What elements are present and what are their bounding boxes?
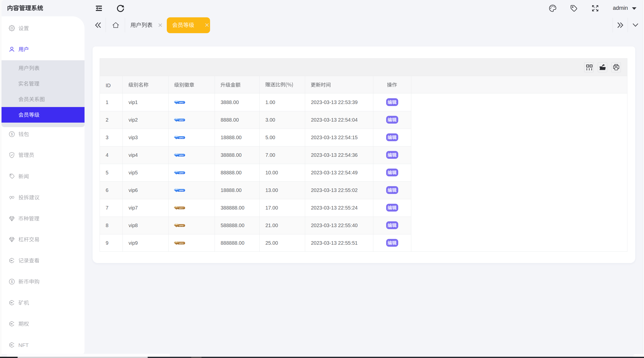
svg-text:VIP8: VIP8 (179, 224, 184, 227)
svg-text:$: $ (11, 280, 13, 284)
svg-text:VIP9: VIP9 (179, 242, 184, 244)
svg-text:VIP4: VIP4 (179, 154, 184, 156)
svg-text:VIP2: VIP2 (179, 119, 184, 121)
svg-text:VIP1: VIP1 (179, 101, 184, 104)
svg-text:VIP3: VIP3 (179, 136, 184, 139)
svg-text:VIP6: VIP6 (179, 189, 184, 191)
svg-text:VIP5: VIP5 (179, 172, 184, 174)
svg-text:VIP7: VIP7 (179, 207, 184, 209)
svg-text:$: $ (11, 132, 13, 136)
